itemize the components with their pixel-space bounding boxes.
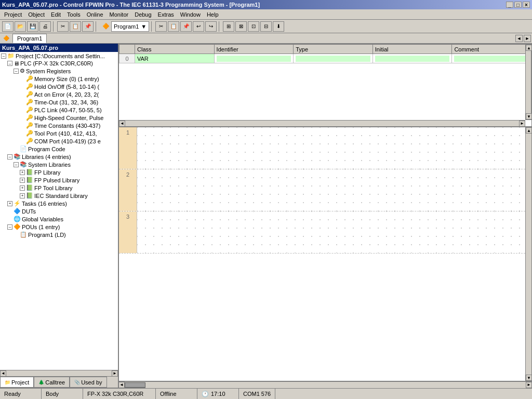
sidebar-tree-item-7[interactable]: 🔑PLC Link (40-47, 50-55, 5) <box>0 106 118 114</box>
toolbar-cut2[interactable]: ✂ <box>155 21 167 32</box>
toolbar-btn4[interactable]: ⊟ <box>260 21 272 32</box>
row-class-0[interactable] <box>135 54 215 63</box>
close-button[interactable]: × <box>523 2 530 8</box>
toolbar-paste2[interactable]: 📌 <box>180 21 192 32</box>
sidebar-tree-item-1[interactable]: –🖥PLC (FP-X 32k C30R,C60R) <box>0 60 118 67</box>
toolbar-copy2[interactable]: 📋 <box>168 21 179 32</box>
sidebar-tab-usedby[interactable]: 📎 Used by <box>70 377 107 388</box>
rung-content-2[interactable] <box>137 211 525 253</box>
sidebar-tree-item-14[interactable]: –📚System Libraries <box>0 161 118 168</box>
ladder-hscroll-right[interactable]: ► <box>526 382 532 388</box>
menu-tools[interactable]: Tools <box>64 10 84 19</box>
sidebar-tree-item-4[interactable]: 🔑Hold On/Off (5-8, 10-14) ( <box>0 83 118 90</box>
maximize-button[interactable]: □ <box>514 2 522 8</box>
sidebar-tree-item-19[interactable]: +⚡Tasks (16 entries) <box>0 200 118 207</box>
toolbar-undo[interactable]: ↩ <box>193 21 204 32</box>
menu-extras[interactable]: Extras <box>155 10 177 19</box>
hscroll-track[interactable] <box>125 121 519 127</box>
hscroll-right[interactable]: ► <box>519 121 525 127</box>
row-id-input-0[interactable] <box>217 56 291 62</box>
menu-window[interactable]: Window <box>177 10 204 19</box>
sidebar-tree-item-9[interactable]: 🔑Time Constants (430-437) <box>0 122 118 129</box>
menu-monitor[interactable]: Monitor <box>107 10 132 19</box>
sidebar-tree-item-5[interactable]: 🔑Act on Error (4, 20, 23, 2( <box>0 90 118 98</box>
sidebar-tree-item-8[interactable]: 🔑High-Speed Counter, Pulse <box>0 114 118 122</box>
expand-icon-14[interactable]: – <box>14 162 19 167</box>
vscroll-up[interactable]: ▲ <box>526 45 532 51</box>
sidebar-tree-item-12[interactable]: 📄Program Code <box>0 145 118 153</box>
rung-content-1[interactable] <box>137 169 525 211</box>
row-initial-0[interactable] <box>373 54 452 63</box>
toolbar-btn3[interactable]: ⊡ <box>248 21 259 32</box>
expand-icon-22[interactable]: – <box>7 224 12 230</box>
sidebar-tree-item-23[interactable]: 📋Program1 (LD) <box>0 231 118 238</box>
sidebar-tree-item-22[interactable]: –🔶POUs (1 entry) <box>0 223 118 231</box>
sidebar-tree-item-20[interactable]: 🔷DUTs <box>0 207 118 215</box>
toolbar-btn2[interactable]: ⊠ <box>235 21 247 32</box>
ladder-hscroll-thumb[interactable] <box>125 382 145 388</box>
expand-icon-1[interactable]: – <box>7 61 12 66</box>
sidebar-tree-item-18[interactable]: +📗IEC Standard Library <box>0 192 118 200</box>
ladder-vscroll-track[interactable] <box>526 134 531 375</box>
toolbar-save[interactable]: 💾 <box>27 21 38 32</box>
ladder-vscroll-up[interactable]: ▲ <box>526 127 532 134</box>
menu-online[interactable]: Online <box>84 10 107 19</box>
vscroll-down[interactable]: ▼ <box>526 113 532 119</box>
ladder-hscroll-left[interactable]: ◄ <box>118 382 125 388</box>
sidebar-tree-item-3[interactable]: 🔑Memory Size (0) (1 entry) <box>0 75 118 83</box>
hscroll-left[interactable]: ◄ <box>119 121 125 127</box>
menu-project[interactable]: Project <box>1 10 25 19</box>
scroll-track-h[interactable] <box>6 370 112 377</box>
toolbar-copy[interactable]: 📋 <box>70 21 81 32</box>
row-comment-input-0[interactable] <box>454 56 529 62</box>
sidebar-tree-item-11[interactable]: 🔑COM Port (410-419) (23 e <box>0 137 118 145</box>
program-name-display[interactable]: Program1 ▼ <box>111 21 149 32</box>
toolbar-paste[interactable]: 📌 <box>82 21 94 32</box>
sidebar-tab-calltree[interactable]: 🌲 Calltree <box>34 377 70 388</box>
nav-right[interactable]: ► <box>524 35 531 42</box>
sidebar-tree-item-0[interactable]: –📁Project [C:\Documents and Settin... <box>0 52 118 60</box>
expand-icon-15[interactable]: + <box>20 170 25 175</box>
row-identifier-0[interactable] <box>214 54 294 63</box>
toolbar-btn1[interactable]: ⊞ <box>223 21 234 32</box>
row-class-input-0[interactable] <box>137 56 212 62</box>
rung-content-0[interactable] <box>137 127 525 169</box>
vscroll-track[interactable] <box>526 51 531 113</box>
sidebar-tree-item-16[interactable]: +📗FP Pulsed Library <box>0 176 118 184</box>
row-type-0[interactable] <box>294 54 373 63</box>
program-dropdown[interactable]: 🔶 Program1 ▼ <box>102 21 149 32</box>
toolbar-download[interactable]: ⬇ <box>273 21 284 32</box>
ladder-hscroll-track[interactable] <box>145 382 526 388</box>
expand-icon-0[interactable]: – <box>1 54 6 59</box>
sidebar-tab-project[interactable]: 📁 Project <box>0 377 34 388</box>
row-type-input-0[interactable] <box>296 56 370 62</box>
expand-icon-2[interactable]: – <box>14 69 19 74</box>
scroll-right[interactable]: ► <box>112 370 118 377</box>
toolbar-redo[interactable]: ↪ <box>205 21 217 32</box>
toolbar-open[interactable]: 📂 <box>15 21 26 32</box>
scroll-left[interactable]: ◄ <box>0 370 6 377</box>
menu-object[interactable]: Object <box>25 10 48 19</box>
sidebar-tree-item-15[interactable]: +📗FP Library <box>0 168 118 176</box>
row-initial-input-0[interactable] <box>375 56 450 62</box>
sidebar-tree-item-17[interactable]: +📗FP Tool Library <box>0 184 118 192</box>
nav-left[interactable]: ◄ <box>515 35 523 42</box>
sidebar-tree-item-2[interactable]: –⚙System Registers <box>0 67 118 75</box>
toolbar-print[interactable]: 🖨 <box>39 21 51 32</box>
sidebar-tree-item-21[interactable]: 🌐Global Variables <box>0 215 118 223</box>
program1-tab[interactable]: Program1 <box>12 34 47 43</box>
expand-icon-19[interactable]: + <box>7 201 12 206</box>
expand-icon-18[interactable]: + <box>20 193 25 198</box>
minimize-button[interactable]: _ <box>506 2 513 8</box>
toolbar-cut[interactable]: ✂ <box>57 21 69 32</box>
menu-debug[interactable]: Debug <box>131 10 154 19</box>
sidebar-tree-item-6[interactable]: 🔑Time-Out (31, 32, 34, 36) <box>0 98 118 106</box>
row-comment-0[interactable] <box>452 54 531 63</box>
expand-icon-17[interactable]: + <box>20 185 25 191</box>
ladder-vscroll-down[interactable]: ▼ <box>526 375 532 381</box>
sidebar-tree-item-10[interactable]: 🔑Tool Port (410, 412, 413, <box>0 129 118 137</box>
expand-icon-13[interactable]: – <box>7 154 12 159</box>
toolbar-new[interactable]: 📄 <box>2 21 14 32</box>
expand-icon-16[interactable]: + <box>20 178 25 183</box>
menu-edit[interactable]: Edit <box>48 10 64 19</box>
